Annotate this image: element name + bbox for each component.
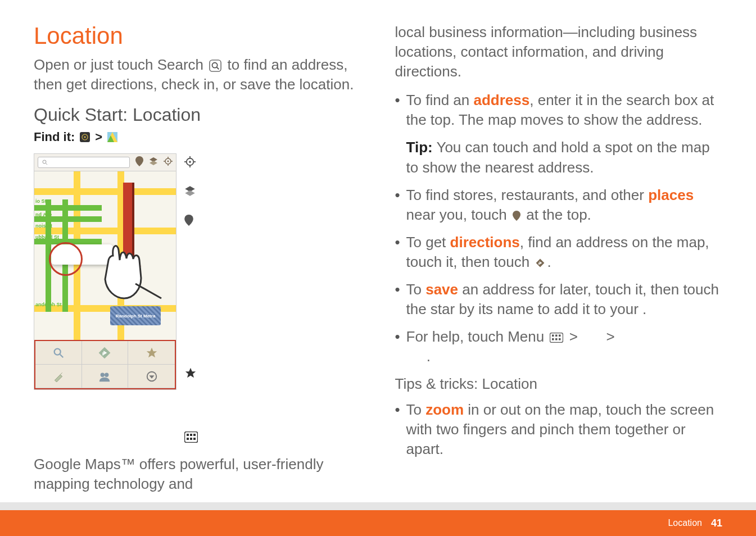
chevron: > [569,328,578,345]
bullet-save: To save an address for later, touch it, … [406,280,723,319]
bullet-text: at the top. [522,206,591,223]
svg-rect-44 [550,333,563,343]
tips-tricks-heading: Tips & tricks: Location [395,374,723,394]
svg-rect-48 [552,338,554,340]
svg-point-23 [101,373,105,376]
find-it-sep: > [95,130,102,144]
street-label: io St [35,198,47,204]
bottom-dropdown-button[interactable] [128,365,175,388]
layers-icon[interactable] [149,157,158,168]
callout-menu-grid-icon [184,431,198,443]
svg-point-5 [84,136,87,138]
svg-rect-42 [193,438,196,440]
svg-rect-49 [555,338,558,340]
svg-point-28 [189,161,191,163]
intro-or-touch: or just touch Search [74,56,207,73]
tip-label: Tip: [406,139,433,156]
bullet-zoom: To zoom in or out on the map, touch the … [406,400,723,459]
bottom-clear-button[interactable] [35,365,82,388]
quick-start-heading: Quick Start: Location [34,105,361,125]
page-footer: Location 41 [0,510,756,536]
footer-section-label: Location [668,518,702,528]
locate-me-icon[interactable] [164,157,173,168]
bullet-em: zoom [425,401,464,418]
svg-point-19 [54,348,60,355]
tip-block: Tip: You can touch and hold a spot on th… [395,138,723,177]
intro-open: Open [34,56,74,73]
places-pin-icon[interactable] [135,156,143,169]
bullet-em: address [473,92,529,108]
places-pin-icon [513,211,520,221]
svg-marker-35 [185,368,196,378]
bullet-text: To get [406,234,450,251]
bullet-text: . [427,348,431,365]
tip-text: You can touch and hold a spot on the map… [406,139,710,175]
map-station-block: Randolph St Metra [110,306,161,325]
svg-marker-12 [150,161,157,165]
bullet-text: To [406,281,426,298]
search-icon [209,60,221,72]
bullet-text: To [406,401,426,418]
find-it-row: Find it: > [34,130,361,144]
svg-point-14 [168,161,169,162]
street-label: nd Ave [35,212,52,217]
callout-star-icon [184,367,198,379]
svg-rect-40 [187,438,189,440]
svg-rect-36 [185,432,198,443]
map-figure: io St nd Ave nois St ubbard St andolph S… [34,153,361,443]
bottom-latitude-button[interactable] [82,365,129,388]
phone-mock: io St nd Ave nois St ubbard St andolph S… [34,153,176,390]
street-label: ubbard St [35,234,59,240]
bullet-text: . [642,301,646,317]
bottom-search-button[interactable] [35,341,82,365]
menu-grid-icon [550,333,563,343]
street-label: nois St [35,223,52,229]
svg-rect-37 [187,434,189,436]
callout-layers-icon [184,185,198,197]
svg-line-2 [217,67,219,70]
chevron: > [606,328,614,345]
svg-rect-45 [552,335,554,337]
map-toolbar [34,154,176,171]
footer-gray-band [0,502,756,510]
home-circle-icon [80,132,90,142]
svg-rect-46 [555,335,558,337]
bullet-em: save [425,281,458,298]
svg-rect-0 [210,60,221,71]
google-maps-intro: Google Maps™ offers powerful, user-frien… [34,455,361,494]
bullet-help: For help, touch Menu > > . [406,327,723,366]
bullet-em: directions [450,234,520,251]
intro-text: Open or just touch Search to find an add… [34,55,361,94]
svg-rect-47 [559,335,561,337]
bullet-text: To find an [406,92,474,108]
svg-point-1 [212,63,218,68]
svg-marker-26 [149,375,154,379]
bullet-text: For help, touch Menu [406,328,549,345]
maps-app-icon [107,132,117,142]
right-intro: local business information—including bus… [395,22,723,81]
svg-rect-38 [190,434,192,436]
map-bottom-toolbar [34,340,176,389]
svg-marker-22 [146,348,156,357]
bullet-text: To find stores, restaurants, and other [406,187,649,203]
bullet-text: . [547,253,551,270]
callout-locate-icon [184,156,198,168]
bullet-em: places [648,187,694,203]
svg-rect-39 [193,434,196,436]
callout-pin-icon [184,214,198,226]
find-it-label: Find it: [34,130,75,144]
svg-rect-41 [190,438,192,440]
bottom-directions-button[interactable] [82,341,129,365]
svg-line-10 [46,163,48,165]
svg-point-9 [43,160,46,163]
map-search-field[interactable] [38,157,130,168]
bottom-star-button[interactable] [128,341,175,365]
street-label: andolph St [35,302,62,307]
footer-page-number: 41 [711,517,722,529]
figure-callouts [184,153,198,443]
bullet-places: To find stores, restaurants, and other p… [406,185,723,225]
touch-target-callout [49,242,83,276]
bullet-text: near you, touch [406,206,511,223]
svg-marker-34 [185,190,195,196]
map-canvas[interactable]: io St nd Ave nois St ubbard St andolph S… [34,171,176,340]
